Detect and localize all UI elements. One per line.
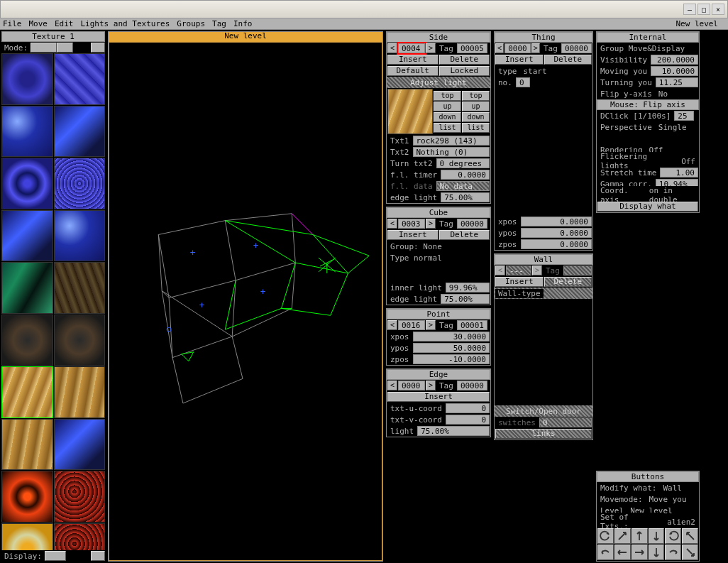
point-prev-button[interactable]: < — [387, 320, 397, 330]
texture-preview[interactable] — [387, 89, 433, 134]
texture-swatch[interactable] — [1, 315, 53, 366]
side-edge-light-value[interactable]: 75.00% — [441, 192, 490, 202]
texture-swatch[interactable] — [54, 262, 106, 314]
edge-tag-value[interactable]: 00000 — [457, 381, 487, 390]
point-next-button[interactable]: > — [426, 320, 436, 330]
arrow-up-left-icon[interactable] — [682, 528, 698, 544]
wall-insert-button[interactable]: Insert — [495, 277, 544, 287]
texture-swatch[interactable] — [1, 158, 53, 209]
texture-swatch[interactable] — [54, 210, 106, 262]
texture-swatch[interactable] — [1, 523, 53, 551]
rotate-ccw-icon[interactable] — [597, 528, 614, 544]
texture-swatch[interactable] — [1, 210, 53, 262]
down-button-1[interactable]: down — [434, 112, 461, 122]
curve-right-icon[interactable] — [665, 545, 681, 560]
cube-inner-value[interactable]: 99.96% — [446, 283, 490, 293]
movemode-value[interactable]: Move you — [646, 495, 690, 504]
perspective-value[interactable]: Single — [656, 123, 690, 132]
point-id[interactable]: 0016 — [398, 320, 425, 330]
point-zpos-value[interactable]: -10.0000 — [413, 354, 490, 364]
set-value[interactable]: alien2 — [664, 518, 698, 527]
stretch-value[interactable]: 1.00 — [660, 168, 698, 177]
thing-insert-button[interactable]: Insert — [495, 55, 544, 65]
texture-swatch[interactable] — [54, 366, 106, 418]
top-button-2[interactable]: top — [462, 91, 490, 101]
cube-edge-value[interactable]: 75.00% — [441, 294, 490, 304]
menu-groups[interactable]: Groups — [177, 19, 205, 28]
thing-ypos-value[interactable]: 0.0000 — [521, 228, 592, 238]
display-value[interactable]: All — [45, 551, 66, 561]
arrow-right-icon[interactable] — [632, 545, 648, 560]
turn-value[interactable]: 0 degrees — [436, 158, 490, 168]
point-ypos-value[interactable]: 50.0000 — [413, 343, 490, 353]
point-xpos-value[interactable]: 30.0000 — [413, 332, 490, 341]
down-button-2[interactable]: down — [462, 112, 490, 122]
menu-info[interactable]: Info — [233, 19, 253, 28]
texture-swatch[interactable] — [54, 315, 106, 366]
arrow-up-right-icon[interactable] — [614, 528, 631, 544]
texture-swatch[interactable] — [54, 53, 106, 105]
side-prev-button[interactable]: < — [387, 43, 397, 53]
edge-next-button[interactable]: > — [426, 381, 436, 390]
side-default-button[interactable]: Default — [387, 66, 439, 76]
thing-next-button[interactable]: > — [531, 43, 540, 53]
texture-swatch[interactable] — [54, 523, 106, 551]
texture-swatch[interactable] — [1, 471, 53, 523]
arrow-up-icon[interactable] — [632, 528, 648, 544]
cube-id[interactable]: 0003 — [398, 219, 425, 229]
side-locked-button[interactable]: Locked — [439, 66, 490, 76]
display-what-button[interactable]: Display what — [597, 202, 698, 212]
flip-value[interactable]: No — [656, 89, 671, 99]
menu-tag[interactable]: Tag — [212, 19, 226, 28]
point-tag-value[interactable]: 00001 — [457, 320, 487, 330]
txt2-value[interactable]: Nothing (0) — [413, 147, 490, 157]
edge-light-value[interactable]: 75.00% — [417, 426, 490, 436]
arrow-left-icon[interactable] — [614, 545, 631, 560]
cube-prev-button[interactable]: < — [387, 219, 397, 229]
thing-xpos-value[interactable]: 0.0000 — [521, 217, 592, 226]
cube-insert-button[interactable]: Insert — [387, 230, 439, 240]
menu-lights[interactable]: Lights and Textures — [81, 19, 170, 28]
cube-next-button[interactable]: > — [426, 219, 436, 229]
texture-swatch[interactable] — [54, 158, 106, 209]
up-button-1[interactable]: up — [434, 102, 461, 111]
display-down-button[interactable]: ∨ — [91, 551, 105, 561]
edge-u-value[interactable]: 0 — [446, 403, 490, 413]
thing-prev-button[interactable]: < — [495, 43, 504, 53]
cube-tag-value[interactable]: 00000 — [457, 219, 487, 229]
fl-timer-value[interactable]: 0.0000 — [441, 170, 490, 180]
thing-no-value[interactable]: 0 — [516, 77, 530, 87]
arrow-down-icon[interactable] — [649, 528, 665, 544]
thing-id[interactable]: 0000 — [504, 43, 531, 53]
flicker-value[interactable]: Off — [678, 157, 698, 166]
up-button-2[interactable]: up — [462, 102, 490, 111]
mode-up-button[interactable]: ∧ — [91, 43, 105, 53]
list-button-2[interactable]: list — [462, 123, 490, 133]
modify-value[interactable]: Wall — [660, 483, 685, 493]
rotate-cw-icon[interactable] — [665, 528, 681, 544]
side-id[interactable]: 0004 — [398, 43, 425, 53]
thing-tag-value[interactable]: 00000 — [561, 43, 592, 53]
texture-swatch[interactable] — [54, 471, 106, 523]
texture-swatch[interactable] — [1, 262, 53, 314]
cube-delete-button[interactable]: Delete — [439, 230, 490, 240]
visibility-value[interactable]: 200.0000 — [651, 55, 698, 65]
side-tag-value[interactable]: 00005 — [457, 43, 487, 53]
texture-swatch[interactable] — [54, 419, 106, 471]
dclick-value[interactable]: 25 — [674, 111, 694, 121]
list-button-1[interactable]: list — [434, 123, 461, 133]
moving-value[interactable]: 10.0000 — [651, 66, 698, 76]
edge-v-value[interactable]: 0 — [446, 415, 490, 425]
texture-swatch[interactable] — [1, 419, 53, 471]
side-insert-button[interactable]: Insert — [387, 55, 439, 65]
texture-swatch[interactable] — [1, 106, 53, 158]
side-delete-button[interactable]: Delete — [439, 55, 490, 65]
edge-prev-button[interactable]: < — [387, 381, 397, 390]
txt1-value[interactable]: rock298 (143) — [413, 136, 490, 146]
thing-delete-button[interactable]: Delete — [544, 55, 592, 65]
top-button-1[interactable]: top — [434, 91, 461, 101]
edge-insert-button[interactable]: Insert — [387, 392, 490, 402]
texture-swatch-selected[interactable] — [1, 366, 53, 418]
texture-swatch[interactable] — [1, 53, 53, 105]
maximize-button[interactable]: □ — [697, 4, 710, 15]
